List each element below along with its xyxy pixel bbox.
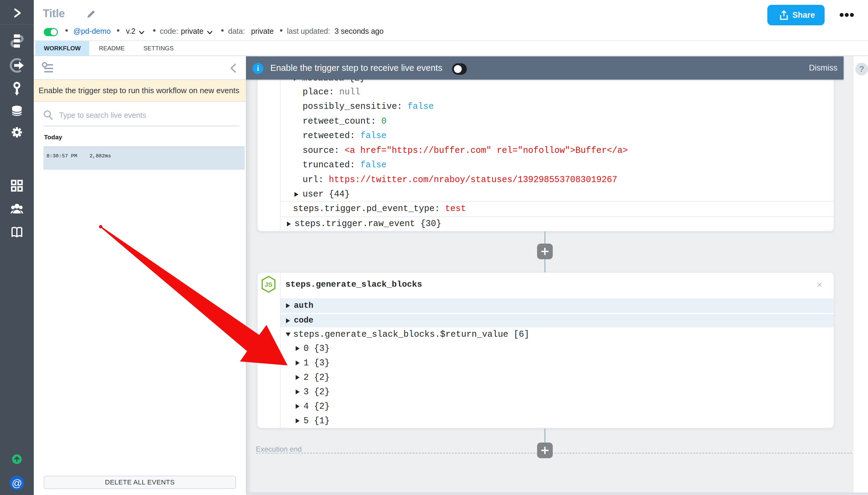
svg-text:JS: JS xyxy=(265,281,273,288)
